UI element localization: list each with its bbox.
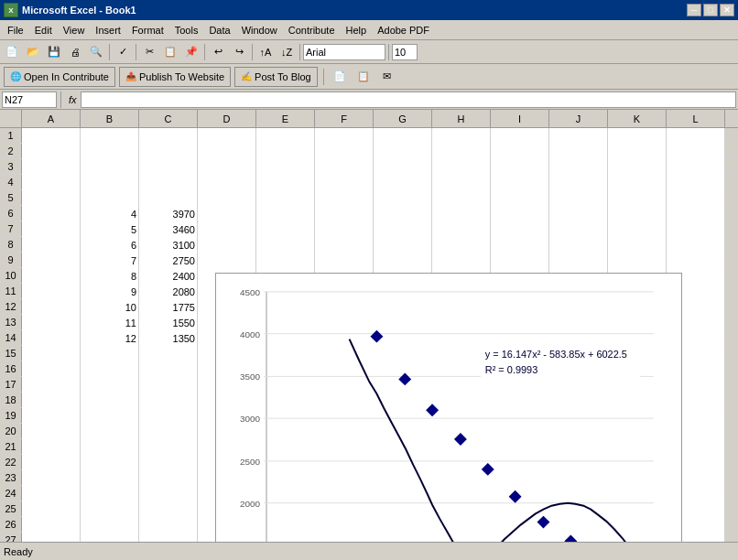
cell[interactable] — [667, 190, 725, 206]
cell[interactable]: 2400 — [139, 268, 198, 284]
copy-button[interactable]: 📋 — [160, 42, 180, 62]
cell[interactable] — [22, 190, 81, 206]
cell-reference-box[interactable] — [2, 92, 57, 108]
cell[interactable] — [198, 237, 256, 253]
cell[interactable] — [139, 439, 198, 455]
col-header-j[interactable]: J — [549, 110, 608, 128]
cell[interactable] — [81, 393, 139, 408]
menu-view[interactable]: View — [58, 23, 91, 38]
cell[interactable] — [315, 175, 374, 190]
cell[interactable]: 2750 — [139, 253, 198, 268]
cell[interactable] — [549, 128, 608, 144]
cell[interactable] — [491, 221, 549, 237]
cell[interactable] — [22, 346, 81, 361]
cell[interactable]: 3460 — [139, 221, 198, 237]
cell[interactable]: 5 — [81, 221, 139, 237]
cell[interactable] — [549, 175, 608, 190]
col-header-f[interactable]: F — [315, 110, 374, 128]
undo-button[interactable]: ↩ — [208, 42, 228, 62]
cell[interactable] — [139, 408, 198, 424]
cell[interactable] — [374, 221, 432, 237]
cell[interactable]: 9 — [81, 284, 139, 299]
cell[interactable] — [81, 190, 139, 206]
cell[interactable] — [22, 486, 81, 501]
cell[interactable] — [198, 206, 256, 221]
cell[interactable] — [608, 221, 667, 237]
cell[interactable] — [667, 128, 725, 144]
col-header-h[interactable]: H — [432, 110, 491, 128]
paste-button[interactable]: 📌 — [181, 42, 201, 62]
cell[interactable] — [81, 346, 139, 361]
cell[interactable] — [667, 253, 725, 268]
cell[interactable] — [81, 470, 139, 486]
publish-website-button[interactable]: 📤 Publish To Website — [119, 67, 231, 87]
cell[interactable] — [81, 159, 139, 175]
open-button[interactable]: 📂 — [23, 42, 43, 62]
cell[interactable] — [315, 144, 374, 159]
cell[interactable] — [432, 190, 491, 206]
pdf-btn2[interactable]: 📋 — [353, 67, 374, 87]
save-button[interactable]: 💾 — [44, 42, 64, 62]
col-header-l[interactable]: L — [667, 110, 725, 128]
cell[interactable]: 12 — [81, 330, 139, 346]
menu-window[interactable]: Window — [236, 23, 283, 38]
cell[interactable]: 1775 — [139, 299, 198, 315]
cell[interactable] — [608, 253, 667, 268]
cell[interactable] — [667, 221, 725, 237]
formula-input[interactable] — [81, 92, 736, 108]
cell[interactable] — [22, 159, 81, 175]
cell[interactable] — [374, 206, 432, 221]
cell[interactable] — [22, 175, 81, 190]
cell[interactable] — [256, 175, 315, 190]
col-header-e[interactable]: E — [256, 110, 315, 128]
spell-button[interactable]: ✓ — [113, 42, 133, 62]
cell[interactable] — [256, 144, 315, 159]
cell[interactable] — [139, 393, 198, 408]
col-header-b[interactable]: B — [81, 110, 139, 128]
cell[interactable] — [608, 144, 667, 159]
cell[interactable] — [22, 315, 81, 330]
cell[interactable] — [432, 159, 491, 175]
cell[interactable] — [22, 455, 81, 470]
col-header-c[interactable]: C — [139, 110, 198, 128]
cell[interactable] — [139, 377, 198, 393]
cell[interactable] — [256, 253, 315, 268]
cell[interactable] — [22, 361, 81, 377]
cell[interactable]: 6 — [81, 237, 139, 253]
menu-tools[interactable]: Tools — [169, 23, 204, 38]
cell[interactable] — [256, 128, 315, 144]
menu-format[interactable]: Format — [126, 23, 169, 38]
close-button[interactable]: ✕ — [720, 4, 734, 16]
cell[interactable] — [22, 330, 81, 346]
cell[interactable] — [22, 470, 81, 486]
cell[interactable]: 8 — [81, 268, 139, 284]
cell[interactable] — [139, 501, 198, 517]
cell[interactable] — [549, 190, 608, 206]
post-to-blog-button[interactable]: ✍ Post To Blog — [234, 67, 318, 87]
cell[interactable] — [432, 144, 491, 159]
cell[interactable] — [608, 206, 667, 221]
cell[interactable] — [432, 206, 491, 221]
cell[interactable] — [491, 206, 549, 221]
font-size-selector[interactable] — [392, 44, 418, 60]
sort-desc-button[interactable]: ↓Z — [277, 42, 297, 62]
open-in-contribute-button[interactable]: 🌐 Open In Contribute — [4, 67, 115, 87]
cell[interactable] — [667, 237, 725, 253]
cell[interactable] — [139, 144, 198, 159]
cell[interactable] — [22, 284, 81, 299]
maximize-button[interactable]: □ — [703, 4, 718, 16]
cell[interactable] — [139, 486, 198, 501]
cell[interactable] — [549, 206, 608, 221]
cell[interactable] — [22, 517, 81, 533]
cell[interactable] — [139, 455, 198, 470]
cell[interactable] — [139, 159, 198, 175]
col-header-d[interactable]: D — [198, 110, 256, 128]
cell[interactable]: 3100 — [139, 237, 198, 253]
cell[interactable] — [198, 190, 256, 206]
email-btn[interactable]: ✉ — [377, 67, 397, 87]
cell[interactable] — [549, 221, 608, 237]
cell[interactable] — [22, 439, 81, 455]
cell[interactable] — [491, 253, 549, 268]
cell[interactable] — [81, 501, 139, 517]
cell[interactable] — [139, 424, 198, 439]
